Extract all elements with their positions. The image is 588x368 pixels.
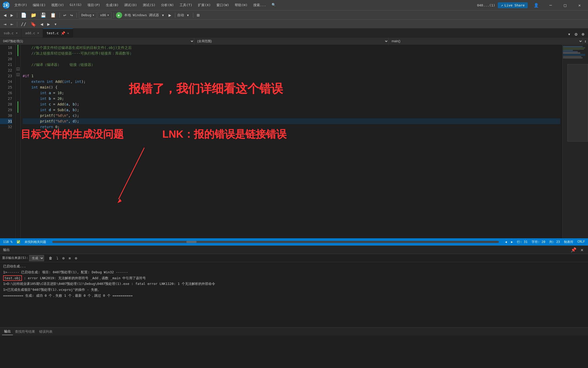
bookmark-icon[interactable]: 🔖 — [29, 21, 38, 27]
menu-help[interactable]: 帮助(H) — [232, 2, 250, 8]
menu-build[interactable]: 生成(B) — [103, 2, 121, 8]
tab-output[interactable]: 输出 — [2, 328, 13, 335]
open-icon[interactable]: 📁 — [29, 12, 38, 18]
nav-more-icon[interactable]: ▾ — [53, 21, 58, 27]
code-line-29: int d = Sub(a, b); — [23, 107, 560, 113]
layout-icon[interactable]: ⊞ — [195, 12, 201, 18]
code-editor[interactable]: //每个源文件经过编译器生成对应的目标文件(.obj)文件之后 //加上链接库经… — [21, 45, 562, 238]
code-line-20 — [23, 56, 560, 62]
encoding-info: CRLF — [577, 240, 585, 244]
clear-output-icon[interactable]: 🗑 — [47, 256, 54, 261]
zoom-level: 118 % — [3, 240, 12, 244]
nav-next-icon[interactable]: ▶ — [511, 240, 513, 244]
menu-project[interactable]: 项目(P) — [85, 2, 103, 8]
nav-prev-icon[interactable]: ◀ — [505, 240, 507, 244]
person-icon[interactable]: 👤 — [530, 1, 542, 9]
scroll-indicator[interactable] — [52, 241, 499, 243]
menu-test[interactable]: 测试(S) — [140, 2, 158, 8]
comment-icon[interactable]: // — [19, 21, 28, 27]
code-area: //每个源文件经过编译器生成对应的目标文件(.obj)文件之后 //加上链接库经… — [21, 45, 562, 130]
tab-subc[interactable]: sub.c ✕ — [0, 29, 21, 37]
circle-icon: ✅ — [16, 240, 20, 244]
menu-view[interactable]: 视图(V) — [49, 2, 66, 8]
collapse-23[interactable]: - — [16, 67, 20, 71]
new-file-icon[interactable]: 📄 — [19, 12, 28, 18]
run-alt-icon[interactable]: ▶ — [167, 12, 173, 18]
menu-bar: 文件(F) 编辑(E) 视图(V) Git(G) 项目(P) 生成(B) 调试(… — [12, 2, 278, 8]
indent-icon[interactable]: ⇥ — [2, 21, 8, 27]
output-header-controls: 📌 ✕ — [569, 247, 585, 253]
tab-settings-icon[interactable]: ⚙ — [573, 31, 579, 37]
source-label: 显示输出来源(S): — [2, 256, 28, 260]
tab-error-list[interactable]: 错误列表 — [37, 328, 55, 335]
function-selector[interactable]: main() — [389, 38, 583, 45]
ln-19: 19 — [0, 50, 12, 56]
tab-list-icon[interactable]: ▾ — [566, 31, 572, 37]
settings-icon[interactable]: ⚙ — [73, 256, 79, 261]
save-icon[interactable]: 💾 — [39, 12, 48, 18]
maximize-button[interactable]: □ — [559, 1, 571, 9]
save-all-icon[interactable]: 📋 — [49, 12, 57, 18]
ln-31: 31 — [0, 118, 12, 124]
ln-29: 29 — [0, 107, 12, 113]
back-button[interactable]: ◀ — [2, 12, 8, 18]
output-line-2: 1>------ 已启动生成: 项目: 0407预处理(1), 配置: Debu… — [3, 270, 585, 275]
close-button[interactable]: ✕ — [574, 1, 585, 9]
tab-testc-close[interactable]: ✕ — [67, 31, 69, 35]
forward-button[interactable]: ▶ — [9, 12, 15, 18]
word-wrap-icon[interactable]: ⤵ — [55, 256, 60, 261]
code-line-27: int b = 20; — [23, 96, 560, 101]
tab-subc-close[interactable]: ✕ — [16, 31, 18, 35]
nav-prev-icon[interactable]: ◀ — [39, 21, 45, 27]
menu-window[interactable]: 窗口(W) — [214, 2, 232, 8]
tab-find-symbol[interactable]: 查找符号结果 — [13, 328, 37, 335]
minimize-button[interactable]: ─ — [545, 1, 557, 9]
tab-addc-close[interactable]: ✕ — [37, 31, 39, 35]
format-info: 制表符 — [564, 240, 573, 244]
close-panel-icon[interactable]: ✕ — [579, 247, 585, 253]
code-line-21: //编译（编译器） 链接（链接器） — [23, 62, 560, 67]
debug-mode-dropdown[interactable]: Debug ▾ — [79, 12, 97, 19]
line-numbers: 18 19 20 21 22 23 24 25 26 27 28 29 30 3… — [0, 45, 15, 238]
tab-testc[interactable]: test.c 📌 ✕ — [43, 29, 73, 37]
undo-icon[interactable]: ↩ — [62, 12, 68, 18]
live-share-button[interactable]: ↗ Live Share — [498, 2, 528, 8]
pin-icon[interactable]: 📌 — [569, 247, 578, 253]
platform-dropdown[interactable]: x86 ▾ — [98, 12, 111, 19]
code-line-18: //每个源文件经过编译器生成对应的目标文件(.obj)文件之后 — [23, 45, 560, 50]
menu-file[interactable]: 文件(F) — [12, 2, 30, 8]
col-toggle-icon[interactable]: ≡ — [67, 256, 72, 261]
title-bar-right: 040...(1) ↗ Live Share 👤 ─ □ ✕ — [477, 1, 585, 9]
search-icon[interactable]: 🔍 — [269, 2, 278, 8]
run-label: 本地 Windows 调试器 — [123, 13, 159, 17]
collapse-25[interactable]: - — [16, 73, 20, 76]
menu-edit[interactable]: 编辑(E) — [30, 2, 48, 8]
menu-git[interactable]: Git(G) — [67, 2, 84, 8]
redo-icon[interactable]: ↪ — [69, 12, 75, 18]
output-bottom-tabs: 输出 查找符号结果 错误列表 — [0, 327, 588, 336]
toolbar-separator-3 — [77, 13, 77, 18]
menu-tools[interactable]: 工具(T) — [177, 2, 195, 8]
outdent-icon[interactable]: ⇤ — [9, 21, 15, 27]
nav-expand-icon[interactable]: ↕ — [583, 39, 588, 44]
menu-analyze[interactable]: 分析(N) — [158, 2, 176, 8]
auto-dropdown-icon[interactable]: ▾ — [185, 12, 191, 18]
ln-21: 21 — [0, 62, 12, 67]
filter-icon[interactable]: ⚙ — [61, 256, 66, 261]
run-button[interactable]: ▶ — [116, 12, 122, 18]
output-source-selector[interactable]: 生成 — [29, 255, 44, 261]
live-share-icon: ↗ — [501, 3, 503, 7]
editor-main: 18 19 20 21 22 23 24 25 26 27 28 29 30 3… — [0, 45, 588, 238]
tab-split-icon[interactable]: ⊕ — [580, 31, 586, 37]
menu-search[interactable]: 搜索... — [251, 2, 268, 8]
run-dropdown-icon[interactable]: ▾ — [160, 12, 166, 18]
tab-addc[interactable]: add.c ✕ — [21, 29, 43, 37]
scope-selector[interactable]: 0407预处理(1) — [0, 38, 194, 45]
menu-extend[interactable]: 扩展(X) — [195, 2, 213, 8]
context-selector[interactable]: (全局范围) — [194, 38, 389, 45]
title-bar: 文件(F) 编辑(E) 视图(V) Git(G) 项目(P) 生成(B) 调试(… — [0, 0, 588, 10]
nav-next-icon[interactable]: ▶ — [46, 21, 52, 27]
output-header: 输出 📌 ✕ — [0, 246, 588, 254]
menu-debug[interactable]: 调试(D) — [122, 2, 139, 8]
ln-30: 30 — [0, 113, 12, 118]
